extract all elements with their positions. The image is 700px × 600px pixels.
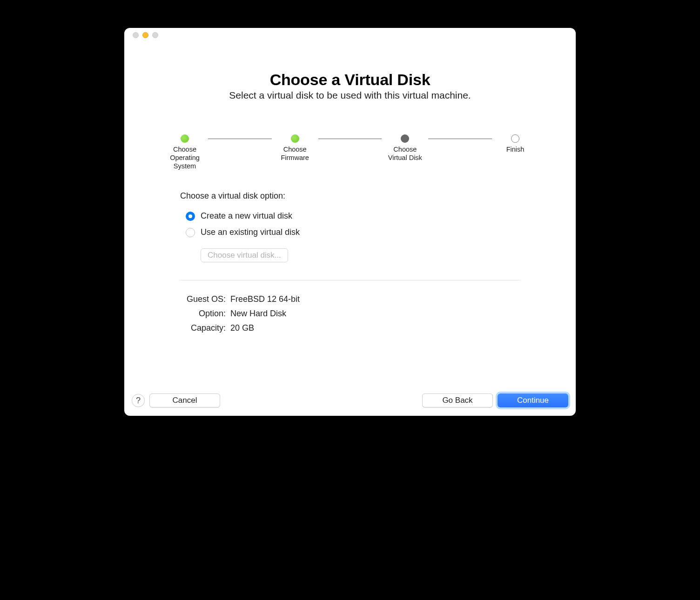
radio-unselected-icon <box>186 228 195 237</box>
help-button[interactable]: ? <box>132 394 145 407</box>
step-dot-done-icon <box>291 134 299 143</box>
divider <box>180 280 520 280</box>
step-choose-firmware: Choose Firmware <box>272 134 318 162</box>
content: Choose a virtual disk option: Create a n… <box>124 191 576 262</box>
summary-option: Option: New Hard Disk <box>180 309 520 319</box>
page-subtitle: Select a virtual disk to be used with th… <box>124 90 576 101</box>
radio-selected-icon <box>186 212 195 221</box>
summary-capacity: Capacity: 20 GB <box>180 323 520 333</box>
step-dot-done-icon <box>181 134 189 143</box>
setup-window: Choose a Virtual Disk Select a virtual d… <box>124 28 576 416</box>
radio-label: Use an existing virtual disk <box>201 227 300 237</box>
radio-label: Create a new virtual disk <box>201 211 292 221</box>
summary-label: Option: <box>180 309 226 319</box>
radio-use-existing-disk[interactable]: Use an existing virtual disk <box>186 227 520 237</box>
summary-value: 20 GB <box>230 323 254 333</box>
step-label: Choose Operating System <box>162 145 208 170</box>
radio-create-new-disk[interactable]: Create a new virtual disk <box>186 211 520 221</box>
step-choose-disk: Choose Virtual Disk <box>382 134 428 162</box>
step-connector <box>318 139 382 139</box>
titlebar <box>124 28 576 42</box>
summary-label: Capacity: <box>180 323 226 333</box>
step-label: Choose Firmware <box>272 145 318 162</box>
step-choose-os: Choose Operating System <box>162 134 208 170</box>
step-connector <box>428 139 492 139</box>
go-back-button[interactable]: Go Back <box>422 393 493 407</box>
step-dot-future-icon <box>511 134 519 143</box>
step-connector <box>208 139 272 139</box>
summary-value: FreeBSD 12 64-bit <box>230 294 300 304</box>
summary-guest-os: Guest OS: FreeBSD 12 64-bit <box>180 294 520 304</box>
footer: ? Cancel Go Back Continue <box>132 393 568 407</box>
step-label: Choose Virtual Disk <box>382 145 428 162</box>
close-window-icon[interactable] <box>133 32 139 38</box>
page-title: Choose a Virtual Disk <box>124 71 576 89</box>
minimize-window-icon[interactable] <box>142 32 148 38</box>
section-label: Choose a virtual disk option: <box>180 191 520 201</box>
summary-value: New Hard Disk <box>230 309 286 319</box>
disk-option-radio-group: Create a new virtual disk Use an existin… <box>180 211 520 262</box>
maximize-window-icon[interactable] <box>152 32 158 38</box>
continue-button[interactable]: Continue <box>498 393 568 407</box>
step-dot-current-icon <box>401 134 409 143</box>
summary-label: Guest OS: <box>180 294 226 304</box>
header: Choose a Virtual Disk Select a virtual d… <box>124 71 576 101</box>
step-label: Finish <box>492 145 538 153</box>
step-finish: Finish <box>492 134 538 153</box>
choose-virtual-disk-button: Choose virtual disk... <box>201 248 288 262</box>
cancel-button[interactable]: Cancel <box>149 393 220 407</box>
setup-stepper: Choose Operating System Choose Firmware … <box>124 134 576 170</box>
summary: Guest OS: FreeBSD 12 64-bit Option: New … <box>124 294 576 338</box>
